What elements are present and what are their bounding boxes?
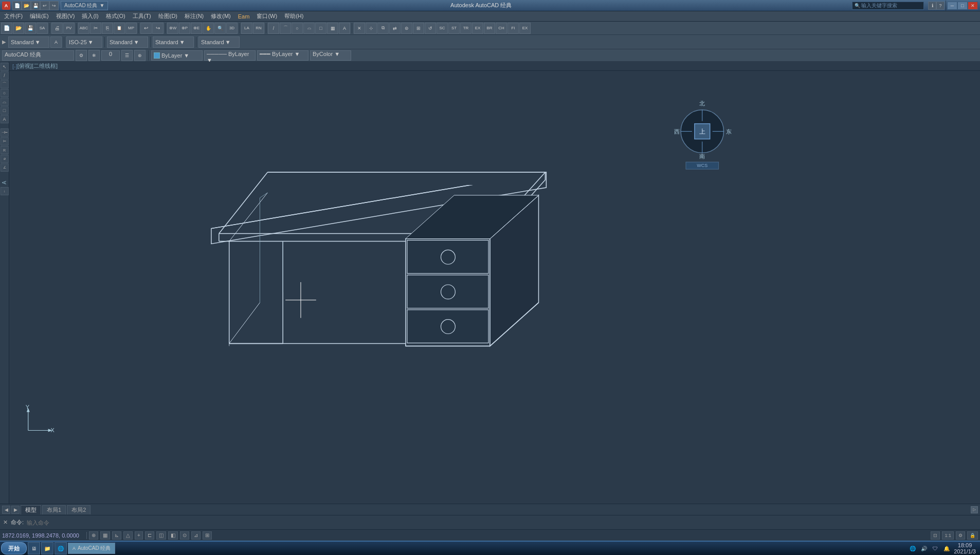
style-dropdown[interactable]: Standard▼	[8, 36, 49, 48]
ducs-btn[interactable]: ◫	[156, 531, 166, 540]
menu-insert[interactable]: 插入(I)	[79, 11, 101, 21]
plotstyle-dropdown[interactable]: ByColor ▼	[310, 50, 351, 61]
taskbar-explorer[interactable]: 📁	[41, 542, 53, 554]
tb-rotate[interactable]: ↺	[425, 23, 436, 34]
new-file-btn[interactable]: 📄	[12, 1, 22, 10]
cmd-input[interactable]	[27, 520, 977, 526]
lt-text[interactable]: A	[1, 115, 9, 123]
layer-value-input[interactable]: 0	[101, 50, 120, 61]
snap-btn[interactable]: ⊕	[89, 531, 98, 540]
lweight-btn[interactable]: ⊙	[180, 531, 189, 540]
tb-rect[interactable]: □	[315, 23, 326, 34]
tab-nav-next[interactable]: ▶	[11, 506, 20, 514]
layer-state-btn[interactable]: ⚙	[76, 50, 87, 61]
layer-btn3[interactable]: ⊕	[134, 50, 146, 61]
tb-undo[interactable]: ↩	[140, 23, 152, 34]
linetype-dropdown[interactable]: ───── ByLayer ▼	[204, 50, 256, 61]
standard-dropdown2[interactable]: Standard▼	[153, 36, 194, 48]
tray-network[interactable]: 🌐	[909, 544, 917, 552]
otrack-btn[interactable]: ⊏	[145, 531, 154, 540]
tb-pan[interactable]: ✋	[203, 23, 214, 34]
start-button[interactable]: 开始	[1, 542, 27, 554]
tb-scale[interactable]: SC	[437, 23, 448, 34]
taskbar-autocad[interactable]: A AutoCAD 经典	[68, 543, 115, 554]
lock-ui-btn[interactable]: 🔒	[967, 531, 978, 540]
tab-scroll-btn[interactable]: ▷	[971, 506, 978, 513]
menu-file[interactable]: 文件(F)	[1, 11, 26, 21]
help-btn[interactable]: ?	[936, 2, 945, 10]
lt-dim-angle[interactable]: ∠	[1, 163, 9, 172]
clock-display[interactable]: 18:09 2021/1/3	[954, 542, 976, 554]
maximize-btn[interactable]: □	[957, 2, 968, 10]
tb-new[interactable]: 📄	[1, 23, 12, 34]
menu-dim[interactable]: 标注(N)	[182, 11, 207, 21]
workspace-btn[interactable]: ⚙	[956, 531, 965, 540]
tb-break[interactable]: BR	[484, 23, 495, 34]
tb-offset[interactable]: ⊜	[401, 23, 412, 34]
lt-dim-linear[interactable]: ⊣⊢	[1, 128, 9, 137]
ortho-btn[interactable]: ⊾	[112, 531, 121, 540]
lt-dim-radius[interactable]: R	[1, 146, 9, 154]
tb-matchprop[interactable]: MP	[125, 23, 137, 34]
minimize-btn[interactable]: ─	[947, 2, 957, 10]
menu-format[interactable]: 格式(O)	[103, 11, 129, 21]
tb-zoom[interactable]: 🔍	[214, 23, 226, 34]
lt-dim-diameter[interactable]: ⌀	[1, 155, 9, 163]
menu-modify[interactable]: 修改(M)	[208, 11, 234, 21]
tb-chamfer[interactable]: CH	[496, 23, 507, 34]
lt-dim-align[interactable]: ⊢	[1, 137, 9, 145]
save-btn[interactable]: 💾	[31, 1, 40, 10]
tb-arc[interactable]: ⌓	[303, 23, 315, 34]
tb-open[interactable]: 📂	[13, 23, 24, 34]
tab-model[interactable]: 模型	[21, 505, 41, 514]
lt-polyline[interactable]: ⌒	[1, 80, 9, 88]
lineweight-dropdown[interactable]: ━━━ ByLayer ▼	[257, 50, 308, 61]
scale-annotation-btn[interactable]: 1:1	[942, 531, 954, 540]
menu-help[interactable]: 帮助(H)	[281, 11, 306, 21]
tb-move[interactable]: ⊹	[366, 23, 377, 34]
tab-layout2[interactable]: 布局2	[67, 505, 90, 514]
tb-copy2[interactable]: ⧉	[377, 23, 389, 34]
tb-orbit[interactable]: 3D	[226, 23, 238, 34]
tb-polyline[interactable]: ⌒	[280, 23, 291, 34]
tb-extend[interactable]: EX	[472, 23, 483, 34]
tb-print[interactable]: 🖨	[51, 23, 63, 34]
lt-arc[interactable]: ⌓	[1, 98, 9, 106]
tb-erase[interactable]: ✕	[354, 23, 365, 34]
scale-dropdown[interactable]: ISO-25▼	[66, 36, 102, 48]
tray-update[interactable]: 🔔	[942, 544, 951, 552]
menu-draw[interactable]: 绘图(D)	[155, 11, 180, 21]
menu-view[interactable]: 视图(V)	[53, 11, 78, 21]
app-name-dropdown[interactable]: AutoCAD 经典 ▼	[61, 1, 108, 10]
tb-spell[interactable]: ABC	[78, 23, 89, 34]
lt-insert[interactable]: ↓	[1, 187, 9, 195]
clean-screen-btn[interactable]: ⊡	[931, 531, 940, 540]
tb-saveas[interactable]: SA	[37, 23, 48, 34]
tb-render[interactable]: RN	[253, 23, 264, 34]
tb-text[interactable]: A	[339, 23, 350, 34]
tb-cut[interactable]: ✂	[90, 23, 101, 34]
tb-save[interactable]: 💾	[25, 23, 36, 34]
lt-circle[interactable]: ○	[1, 89, 9, 97]
tb-array[interactable]: ⊞	[413, 23, 424, 34]
tb-copy[interactable]: ⎘	[102, 23, 113, 34]
tb-redo[interactable]: ↪	[152, 23, 164, 34]
dynin-btn[interactable]: ◧	[168, 531, 178, 540]
standard-dropdown3[interactable]: Standard▼	[198, 36, 240, 48]
tb-mirror[interactable]: ⇄	[389, 23, 401, 34]
tb-layer-mgr[interactable]: LA	[241, 23, 252, 34]
search-box[interactable]: 🔍 输入关键字搜索	[852, 2, 924, 10]
open-btn[interactable]: 📂	[22, 1, 31, 10]
tb-stretch[interactable]: ST	[448, 23, 460, 34]
tb-explode[interactable]: EX	[519, 23, 531, 34]
undo-btn[interactable]: ↩	[40, 1, 49, 10]
tb-fillet[interactable]: FI	[507, 23, 519, 34]
qprop-btn[interactable]: ⊞	[203, 531, 212, 540]
menu-express[interactable]: Eam	[235, 12, 253, 21]
tb-circle[interactable]: ○	[292, 23, 303, 34]
osnap-btn[interactable]: +	[135, 531, 143, 540]
tb-line[interactable]: /	[268, 23, 279, 34]
canvas-area[interactable]: [-] [俯视] [二维线框]	[9, 62, 980, 504]
menu-edit[interactable]: 编辑(E)	[27, 11, 52, 21]
lt-line[interactable]: /	[1, 71, 9, 80]
